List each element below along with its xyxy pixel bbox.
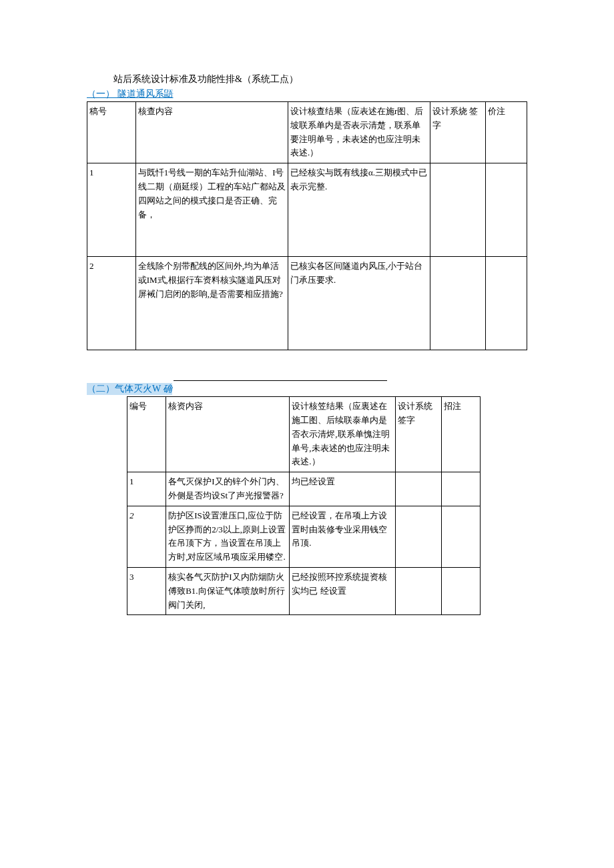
cell-content: 核实各气灭防护I又内防烟防火傅致B1.向保证气体喷放时所行阀门关闭, [166,567,290,614]
cell-content: 各气灭保护I又的锌个外门内、外侧是否均设St了声光报警器? [166,472,290,506]
table-row: 1 与既忏1号线一期的车站升仙湖站、I号线二期（崩延绥）工程的车站广都站及四网站… [87,163,527,257]
cell-note [441,472,480,506]
table-row: 1 各气灭保护I又的锌个外门内、外侧是否均设St了声光报警器? 均已经设置 [127,472,481,506]
cell-sign [430,163,485,257]
cell-sign [396,506,442,567]
header-sign: 设计系统 签字 [396,397,442,472]
section2-heading-prefix: （二）气体灭火W [87,384,161,394]
cell-result: 已经按照环控系统提资核实均已 经设置 [290,567,396,614]
section1-heading: （一） 隧道通风系鼯 [87,88,527,100]
header-sign: 设计系烧 签字 [430,102,485,163]
header-result: 设计核笠结果（应裏述在施工图、后续联泰单内是否衣示清烬,联系单愧注明单号,未表述… [290,397,396,472]
cell-num: 1 [87,163,136,257]
table-tunnel-ventilation: 稿号 核查内容 设计核查结果（应表述在施r图、后坡联系单内是否表示清楚，联系单要… [87,101,527,350]
cell-note [485,257,527,350]
section2-heading: （二）气体灭火W 确 [87,383,172,395]
cell-num: 3 [127,567,166,614]
cell-num: 2 [127,506,166,567]
cell-result: 已经核实与既有线接α.三期模式中已表示完整. [288,163,430,257]
cell-note [441,567,480,614]
cell-note [441,506,480,567]
table-row: 2 防护区IS设置泄压口,应位于防护区挣而的2/3以上,原则上设置在吊顶下方，当… [127,506,481,567]
section2-heading-suffix: 确 [163,384,172,394]
table-row: 2 全线除个别带配线的区间外,均为单活或IM式,根据行车资料核实隧道风压对屏裓门… [87,257,527,350]
cell-content: 与既忏1号线一期的车站升仙湖站、I号线二期（崩延绥）工程的车站广都站及四网站之间… [135,163,288,257]
document-title: 站后系统设计标准及功能性排&（系统工点） [113,73,527,85]
header-content: 核查内容 [135,102,288,163]
cell-num: 1 [127,472,166,506]
cell-content: 全线除个别带配线的区间外,均为单活或IM式,根据行车资料核实隧道风压对屏裓门启闭… [135,257,288,350]
table-header-row: 稿号 核查内容 设计核查结果（应表述在施r图、后坡联系单内是否表示清楚，联系单要… [87,102,527,163]
cell-result: 均已经设置 [290,472,396,506]
cell-sign [396,472,442,506]
cell-sign [430,257,485,350]
cell-result: 已经设置，在吊项上方设置时由装修专业采用钱空吊顶. [290,506,396,567]
header-note: 价注 [485,102,527,163]
cell-sign [396,567,442,614]
cell-content: 防护区IS设置泄压口,应位于防护区挣而的2/3以上,原则上设置在吊顶下方，当设置… [166,506,290,567]
header-num: 稿号 [87,102,136,163]
divider [174,380,387,381]
table-header-row: 编号 核资内容 设计核笠结果（应裏述在施工图、后续联泰单内是否衣示清烬,联系单愧… [127,397,481,472]
header-note: 招注 [441,397,480,472]
header-num: 编号 [127,397,166,472]
cell-note [485,163,527,257]
header-result: 设计核查结果（应表述在施r图、后坡联系单内是否表示清楚，联系单要注明单号，未表述… [288,102,430,163]
cell-result: 已核实各区间隧道内风压,小于站台门承压要求. [288,257,430,350]
cell-num: 2 [87,257,136,350]
header-content: 核资内容 [166,397,290,472]
table-row: 3 核实各气灭防护I又内防烟防火傅致B1.向保证气体喷放时所行阀门关闭, 已经按… [127,567,481,614]
table-gas-fire: 编号 核资内容 设计核笠结果（应裏述在施工图、后续联泰单内是否衣示清烬,联系单愧… [127,396,481,615]
